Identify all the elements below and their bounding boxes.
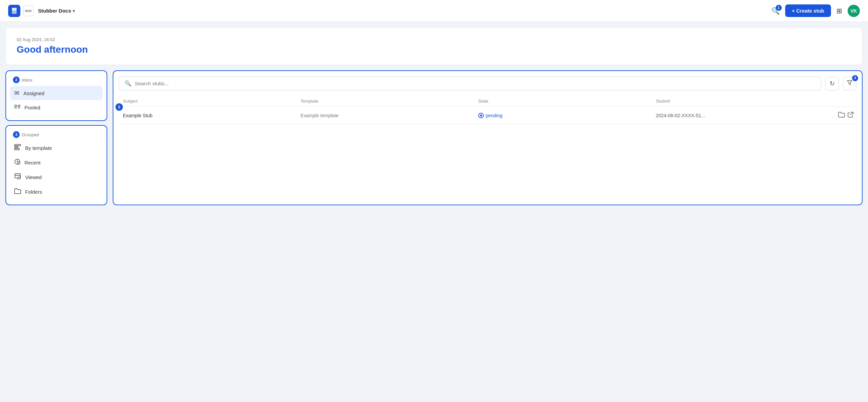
svg-rect-4 — [15, 148, 19, 150]
app-logo: DOC — [8, 5, 34, 17]
avatar[interactable]: VK — [848, 5, 860, 17]
cell-subject: Example Stub — [119, 113, 296, 118]
svg-rect-0 — [15, 105, 17, 107]
by-template-label: By template — [25, 145, 52, 151]
svg-rect-3 — [15, 146, 18, 148]
filter-button[interactable]: 4 — [843, 77, 856, 90]
sidebar-item-by-template[interactable]: By template — [10, 141, 103, 155]
viewed-label: Viewed — [25, 174, 42, 180]
envelope-icon: ✉ — [14, 89, 19, 97]
greeting-title: Good afternoon — [17, 44, 851, 55]
grouped-badge: 3 — [13, 131, 20, 138]
sidebar-item-pooled[interactable]: Pooled — [10, 100, 103, 115]
sidebar-item-folders[interactable]: Folders — [10, 185, 103, 199]
by-template-icon — [14, 144, 21, 152]
pooled-label: Pooled — [24, 105, 40, 110]
greeting-bar: 02 Aug 2024, 16:02 Good afternoon — [5, 27, 863, 65]
status-dot-inner — [480, 115, 482, 117]
col-template: Template — [296, 99, 474, 104]
cell-template: Example template — [296, 113, 474, 118]
grouped-label: Grouped — [22, 132, 39, 137]
search-row: 🔍 ↻ 4 — [119, 76, 856, 90]
search-wrapper: 🔍 — [119, 76, 821, 90]
grouped-section-title: 3 Grouped — [10, 131, 103, 141]
search-button[interactable]: 🔍 1 — [771, 7, 780, 15]
greeting-date: 02 Aug 2024, 16:02 — [17, 37, 851, 42]
folders-icon — [14, 188, 21, 196]
logo-icon — [8, 5, 20, 17]
filter-icon — [847, 80, 853, 87]
topnav: DOC Stubber Docs ▾ 🔍 1 + Create stub ⊞ V… — [0, 0, 868, 22]
refresh-icon: ↻ — [830, 80, 835, 87]
row-actions — [829, 111, 856, 119]
folder-icon — [838, 112, 845, 119]
svg-point-7 — [18, 163, 19, 164]
row-badge: 5 — [115, 103, 123, 111]
search-badge: 1 — [776, 5, 782, 11]
inbox-section-title: 2 Inbox — [10, 76, 103, 86]
cell-state: pending — [474, 113, 652, 118]
create-stub-button[interactable]: + Create stub — [785, 4, 831, 17]
sidebar-grouped-section: 3 Grouped By template — [5, 125, 107, 205]
grid-menu-button[interactable]: ⊞ — [836, 7, 842, 15]
status-dot — [478, 113, 484, 118]
main-content: 2 Inbox ✉ Assigned Pooled — [5, 70, 863, 205]
search-input[interactable] — [135, 81, 815, 86]
table-header: Subject Template State Stubref — [119, 96, 856, 107]
sidebar: 2 Inbox ✉ Assigned Pooled — [5, 70, 107, 205]
col-subject: Subject — [119, 99, 296, 104]
svg-rect-1 — [18, 105, 20, 107]
sidebar-item-viewed[interactable]: Viewed — [10, 170, 103, 185]
svg-rect-2 — [15, 144, 21, 146]
recent-label: Recent — [24, 160, 41, 165]
sidebar-item-assigned[interactable]: ✉ Assigned — [10, 86, 103, 100]
inbox-badge: 2 — [13, 76, 20, 83]
viewed-icon — [14, 173, 21, 181]
pooled-icon — [14, 104, 20, 111]
external-link-action-button[interactable] — [848, 111, 854, 119]
grid-icon: ⊞ — [836, 7, 842, 15]
cell-stubref: 2024-08-02-XXXX-51... — [652, 113, 829, 118]
chevron-down-icon: ▾ — [73, 8, 75, 14]
workspace-dropdown[interactable]: Stubber Docs ▾ — [35, 6, 78, 15]
inbox-label: Inbox — [22, 77, 33, 83]
sidebar-item-recent[interactable]: Recent — [10, 155, 103, 170]
doc-icon: DOC — [23, 5, 34, 16]
sidebar-inbox-section: 2 Inbox ✉ Assigned Pooled — [5, 70, 107, 121]
table-row: 5 Example Stub Example template pending … — [119, 107, 856, 124]
main-area: 🔍 ↻ 4 Subject Template State Stubref — [113, 70, 863, 205]
refresh-button[interactable]: ↻ — [825, 77, 839, 90]
svg-point-10 — [19, 178, 20, 179]
col-state: State — [474, 99, 652, 104]
folder-action-button[interactable] — [838, 111, 845, 119]
status-pending: pending — [478, 113, 648, 118]
col-stubref: Stubref — [652, 99, 829, 104]
filter-badge: 4 — [852, 75, 858, 81]
topnav-actions: 🔍 1 + Create stub ⊞ VK — [771, 4, 860, 17]
folders-label: Folders — [25, 189, 42, 195]
external-link-icon — [848, 112, 854, 119]
assigned-label: Assigned — [23, 90, 44, 96]
recent-icon — [14, 159, 20, 167]
col-actions — [829, 99, 856, 104]
search-input-icon: 🔍 — [125, 80, 131, 87]
workspace-name: Stubber Docs — [38, 8, 71, 14]
state-label: pending — [486, 113, 503, 118]
